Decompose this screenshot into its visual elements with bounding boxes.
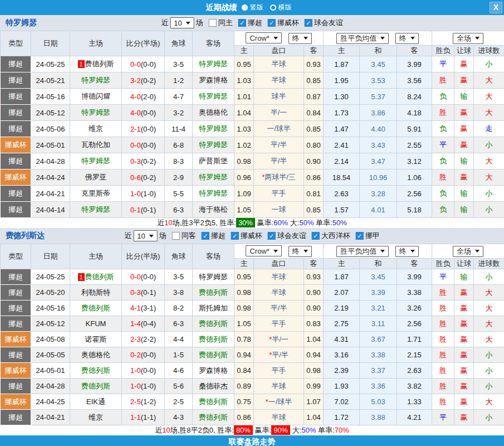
match-row: 挪超24-05-251费德列斯0-0(0-0)3-5特罗姆瑟0.95半球0.93… [1, 269, 504, 285]
goals-result: 大 [474, 394, 504, 410]
avg-home: 2.39 [324, 363, 360, 379]
match-count-select[interactable]: 10 [133, 230, 157, 241]
same-venue-checkbox[interactable] [172, 232, 180, 240]
away-team: 特罗姆瑟 [193, 269, 234, 285]
avg-home: 2.07 [324, 285, 360, 300]
rate-badge: 80% [234, 425, 253, 435]
horizontal-label: 横版 [278, 3, 292, 12]
away-team: 费德列斯 [193, 316, 234, 332]
away-team: 特罗姆瑟 [193, 186, 234, 202]
odds-home: 1.03 [234, 121, 254, 137]
result-group: 全场 [432, 244, 504, 259]
team-name: 费德列斯达 [0, 231, 45, 241]
avg-home: 18.54 [324, 169, 360, 186]
vertical-label: 竖版 [250, 3, 263, 12]
summary-text: 赢率: [255, 219, 273, 227]
avg-away: 4.21 [397, 410, 432, 425]
league-checkbox[interactable]: ✓ [238, 19, 246, 27]
bookmaker-select[interactable]: Crow* [246, 32, 281, 43]
avg-draw: 3.47 [360, 153, 397, 169]
summary-text: 单率: [316, 426, 334, 434]
league-checkbox[interactable]: ✓ [231, 232, 239, 240]
corner-score: 5-6 [165, 379, 193, 394]
layout-radio-vertical[interactable]: 竖版 [242, 3, 263, 12]
filter-controls: 近10场同客✓挪超✓挪威杯✓球会友谊✓大西洋杯✓挪甲 [123, 230, 381, 241]
avg-away: 3.12 [397, 153, 432, 169]
sub-col-odds-away: 客 [304, 259, 324, 269]
handicap-result: 赢 [454, 332, 474, 347]
corner-score: 6-3 [165, 202, 193, 218]
avg-home: 1.87 [324, 269, 360, 285]
summary-text: 50% [301, 426, 316, 434]
league-type-badge: 挪超 [1, 269, 31, 285]
match-count-select[interactable]: 10 [170, 17, 194, 28]
odds-away: 0.83 [304, 316, 324, 332]
scope-select[interactable]: 全场 [453, 246, 483, 257]
summary-text: 60% [273, 219, 288, 227]
match-row: 挪超24-04-28特罗姆瑟0-3(0-2)8-3萨普斯堡0.98平/半0.90… [1, 153, 504, 169]
avg-away: 3.99 [397, 269, 432, 285]
score: 4-0(0-0) [122, 105, 165, 121]
league-checkbox[interactable]: ✓ [305, 19, 312, 27]
avg-home: 1.30 [324, 89, 360, 105]
odds-stage-select[interactable]: 终 [288, 246, 312, 257]
goals-result: 大 [474, 300, 504, 316]
chevron-down-icon [273, 250, 278, 253]
league-checkbox[interactable]: ✓ [202, 232, 209, 240]
corner-score: 1-2 [165, 72, 193, 89]
league-label: 球会友谊 [277, 231, 306, 241]
same-venue-label: 同客 [182, 231, 196, 241]
chevron-down-icon [475, 37, 479, 40]
match-date: 24-05-16 [31, 300, 70, 316]
match-result: 胜 [432, 72, 454, 89]
odds-away: 0.86 [304, 169, 324, 186]
league-type-badge: 挪威杯 [1, 137, 31, 153]
goals-result: 大 [474, 89, 504, 105]
radio-unchecked-icon[interactable] [270, 4, 276, 11]
radio-checked-icon[interactable] [242, 4, 248, 11]
home-team: EIK通 [70, 394, 122, 410]
avg-odds-select[interactable]: 胜平负均值 [336, 246, 389, 257]
bottom-nav-bar[interactable]: 联赛盘路走势 [0, 435, 504, 446]
layout-radio-horizontal[interactable]: 横版 [270, 3, 292, 12]
league-type-badge: 挪威杯 [1, 169, 31, 186]
avg-home: 1.47 [324, 121, 360, 137]
avg-draw: 3.36 [360, 379, 397, 394]
corner-score: 3-5 [165, 269, 193, 285]
match-row: 挪超24-05-251费德列斯0-0(0-0)3-5特罗姆瑟0.95半球0.93… [1, 56, 504, 72]
home-team: 维京 [70, 121, 122, 137]
home-team: 奥德格伦 [70, 347, 122, 363]
match-row: 挪超24-05-16费德列斯4-1(3-1)8-2斯托姆加0.98平/半0.90… [1, 300, 504, 316]
match-date: 24-05-01 [31, 363, 70, 379]
summary-text: 10 [162, 426, 170, 434]
away-team: 奥德格伦 [193, 105, 234, 121]
match-date: 24-04-24 [31, 169, 70, 186]
handicap-result: 赢 [454, 169, 474, 186]
handicap-odds-group: Crow* 终 [234, 244, 324, 259]
section-header-fredrikstad: 费德列斯达 近10场同客✓挪超✓挪威杯✓球会友谊✓大西洋杯✓挪甲 [0, 228, 504, 244]
handicap-result: 赢 [454, 121, 474, 137]
match-result: 负 [432, 121, 454, 137]
handicap-result: 赢 [454, 72, 474, 89]
scope-select[interactable]: 全场 [453, 33, 483, 44]
match-result: 平 [432, 410, 454, 425]
summary-text: 赢率: [253, 426, 271, 434]
avg-stage-select[interactable]: 终 [395, 33, 419, 44]
league-checkbox[interactable]: ✓ [356, 232, 364, 240]
odds-away: 0.99 [304, 379, 324, 394]
close-button[interactable]: X [490, 2, 502, 13]
score: 4-1(3-1) [122, 300, 165, 316]
bookmaker-select[interactable]: Crow* [246, 245, 281, 256]
same-venue-checkbox[interactable] [209, 19, 217, 27]
score: 2-1(0-0) [122, 121, 165, 137]
league-type-badge: 挪超 [1, 285, 31, 300]
corner-score: 4-4 [165, 332, 193, 347]
avg-odds-select[interactable]: 胜平负均值 [336, 33, 389, 44]
odds-away: 0.93 [304, 56, 324, 72]
avg-stage-select[interactable]: 终 [395, 246, 419, 257]
avg-draw: 3.88 [360, 410, 397, 425]
league-checkbox[interactable]: ✓ [268, 232, 276, 240]
league-checkbox[interactable]: ✓ [312, 232, 320, 240]
odds-stage-select[interactable]: 终 [288, 33, 312, 44]
league-checkbox[interactable]: ✓ [268, 19, 276, 27]
